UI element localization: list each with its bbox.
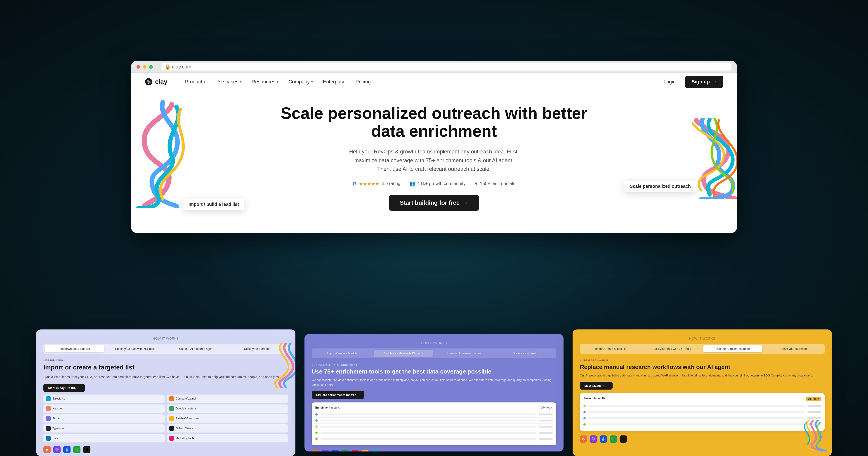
sw2-cta-button[interactable]: Explore enrichments for free → (312, 391, 365, 399)
nav-product[interactable]: Product ▾ (181, 76, 210, 87)
mock-line-sm-2 (539, 420, 553, 421)
logo-4: 🌿 (73, 446, 81, 453)
rope-right-decoration (692, 118, 737, 199)
mock-line-1 (320, 414, 537, 415)
logo-sw2-4: 🌿 (342, 450, 349, 452)
source-google-sheets: Google sheets list (166, 404, 288, 413)
source-salesforce: Salesforce (43, 394, 165, 403)
mock-ai-dot-2 (583, 411, 586, 413)
mock-ai-line-3 (588, 417, 805, 419)
logo-3: 💧 (63, 446, 70, 453)
site-content: clay Product ▾ Use cases ▾ Resources ▾ C… (131, 73, 737, 233)
product-chevron-icon: ▾ (204, 79, 205, 84)
ai-agent-label: AI research agent (580, 359, 825, 362)
mock-line-sm-1 (539, 414, 553, 415)
nav-company[interactable]: Company ▾ (284, 76, 317, 87)
mock-line-4 (320, 432, 537, 434)
source-typeform: Typeform (43, 424, 165, 432)
nav-resources[interactable]: Resources ▾ (248, 76, 283, 87)
mock-line-sm-4 (539, 432, 553, 434)
list-building-label: List building (43, 359, 288, 362)
mock-ai-line-4 (588, 423, 805, 425)
logo-sw2-6: ★ (362, 450, 369, 452)
mock-dot-1 (315, 413, 318, 416)
mock-line-3 (320, 426, 537, 427)
mock-ai-row-2 (583, 409, 821, 415)
sw3-title: Replace manual research workflows with o… (580, 364, 825, 370)
signup-button[interactable]: Sign up → (685, 76, 723, 88)
step-tab-2-enrich[interactable]: Enrich your data with 75+ tools (374, 350, 433, 357)
hero-subtitle: Help your RevOps & growth teams implemen… (348, 147, 520, 173)
step-tab-1-ai[interactable]: Use our AI research agent (166, 345, 226, 352)
source-grid-1: Salesforce Compare/Launch Hubspot Google… (43, 394, 288, 443)
sheets-icon (169, 406, 174, 411)
sw3-cta-button[interactable]: Meet Claygent → (580, 382, 613, 390)
step-tabs-2: Import/Create a lead list Enrich your da… (312, 349, 557, 358)
step-tab-3-scale[interactable]: Scale your outreach (764, 345, 823, 352)
mock-ai-dot-1 (583, 405, 586, 407)
logo-sw2-3: 💧 (332, 450, 339, 452)
browser-minimize-dot[interactable] (143, 65, 147, 69)
hero-stats: G ★★★★★ 4.9 rating 👥 11k+ growth communi… (353, 181, 515, 187)
sw3-desc: Our AI web scraper digs helps automate m… (580, 373, 825, 378)
mock-dot-3 (315, 425, 318, 428)
address-bar[interactable]: 🔒 clay.com (161, 63, 732, 70)
step-tab-2-ai[interactable]: Use our AI research agent (435, 350, 494, 357)
mock-ai-dot-3 (583, 417, 586, 419)
step-tab-3-ai[interactable]: Use our AI research agent (703, 345, 763, 352)
mock-row-2 (315, 418, 553, 424)
main-browser-window: 🔒 clay.com clay Product ▾ (131, 61, 737, 233)
mock-ai-row-3 (583, 415, 821, 421)
hero-section: Scale personalized outreach with better … (131, 91, 737, 233)
step-tab-2-scale[interactable]: Scale your outreach (496, 350, 555, 357)
mock-ai-line-1 (588, 405, 805, 407)
step-tab-1-enrich[interactable]: Enrich your data with 75+ tools (106, 345, 165, 352)
mock-row-5 (315, 436, 553, 442)
step-tab-1-import[interactable]: Import/Create a lead list (45, 345, 104, 352)
sw1-title: Import or create a targeted list (43, 364, 288, 371)
mock-line-sm-5 (539, 438, 553, 440)
sub-window-2-inner: HOW IT WORKS Import/Create a lead list E… (305, 334, 564, 452)
navigation: clay Product ▾ Use cases ▾ Resources ▾ C… (131, 73, 737, 91)
community-icon: 👥 (409, 181, 415, 187)
logo-sw2-2: 🔮 (322, 450, 329, 452)
sub-window-ai: HOW IT WORKS Import/Create a lead list B… (572, 329, 832, 456)
mock-line-2 (320, 420, 537, 421)
step-tab-3-enrich[interactable]: Build your data with 75+ tools (642, 345, 702, 352)
source-compare: Compare/Launch (166, 394, 288, 403)
rating-stat: G ★★★★★ 4.9 rating (353, 181, 401, 187)
sub-window-enrich: HOW IT WORKS Import/Create a lead list E… (305, 334, 564, 452)
mock-line-sm-3 (539, 426, 553, 427)
step-tab-3-import[interactable]: Import/Create a lead list (581, 345, 640, 352)
step-tab-2-import[interactable]: Import/Create a lead list (313, 350, 372, 357)
enrichment-label: Consolidate data enrichment (312, 364, 557, 366)
nav-use-cases[interactable]: Use cases ▾ (211, 76, 246, 87)
browser-expand-dot[interactable] (149, 65, 153, 69)
browser-close-dot[interactable] (136, 65, 140, 69)
sw1-desc: Sync a list of leads from your CRM, or p… (43, 374, 288, 380)
nav-pricing[interactable]: Pricing (351, 76, 375, 87)
how-it-works-label-3: HOW IT WORKS (580, 337, 825, 340)
mock-ai-line-sm-1 (807, 405, 821, 407)
login-button[interactable]: Login (659, 76, 680, 87)
nav-enterprise[interactable]: Enterprise (319, 76, 349, 87)
stars-icon: ★★★★★ (359, 181, 379, 187)
browser-chrome: 🔒 clay.com (131, 61, 737, 73)
g-icon: G (353, 181, 357, 187)
mock-ai-line-2 (588, 411, 805, 413)
sw1-cta-button[interactable]: Start 14 day Pro trial → (43, 384, 85, 392)
compare-icon (169, 396, 174, 401)
nav-actions: Login Sign up → (659, 76, 723, 88)
sw2-title: Use 75+ enrichment tools to get the best… (312, 368, 557, 375)
logo-sw2-1: 🏠 (312, 450, 319, 452)
nav-logo[interactable]: clay (145, 78, 167, 86)
sub-window-list-building: HOW IT WORKS Import/Create a lead list E… (36, 329, 296, 456)
salesforce-icon (46, 396, 51, 401)
how-it-works-label-2: HOW IT WORKS (312, 341, 557, 345)
signup-arrow-icon: → (712, 79, 717, 85)
sw2-desc: We consolidate 75+ data enrichment tools… (312, 378, 557, 387)
mock-ai-line-sm-3 (807, 417, 821, 419)
rope-sw1 (268, 343, 296, 388)
cta-button[interactable]: Start building for free → (389, 195, 479, 211)
testimonials-stat: ♥ 150+ testimonials (475, 181, 515, 187)
